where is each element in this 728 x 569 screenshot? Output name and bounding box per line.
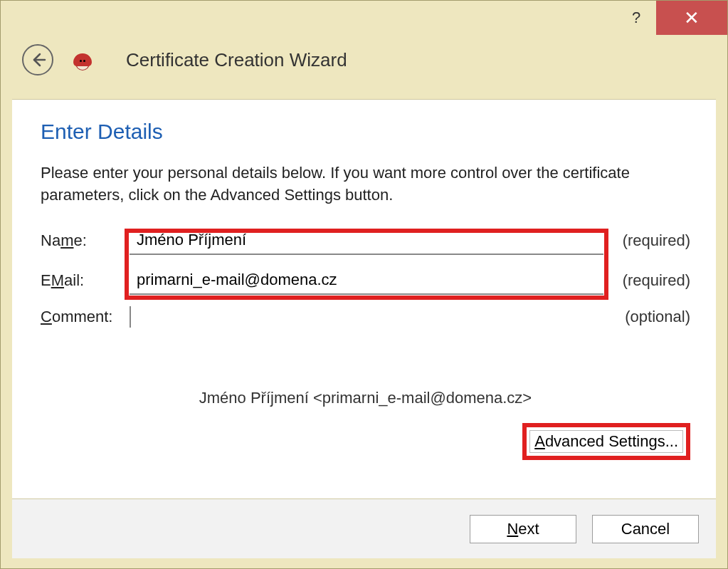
advanced-row: Advanced Settings... — [41, 423, 690, 460]
advanced-settings-button[interactable]: Advanced Settings... — [529, 430, 683, 453]
cancel-button[interactable]: Cancel — [592, 515, 699, 543]
email-hint: (required) — [612, 271, 690, 290]
back-arrow-icon — [29, 51, 46, 68]
comment-label: Comment: — [41, 308, 130, 326]
instructions-text: Please enter your personal details below… — [41, 162, 690, 207]
next-button[interactable]: Next — [470, 515, 576, 543]
comment-input[interactable] — [130, 306, 603, 328]
advanced-highlight: Advanced Settings... — [522, 423, 690, 460]
back-button[interactable] — [22, 44, 53, 75]
stage-title: Enter Details — [41, 120, 690, 144]
footer: Next Cancel — [12, 498, 716, 558]
identity-preview: Jméno Příjmení <primarni_e-mail@domena.c… — [41, 389, 690, 407]
email-row: EMail: (required) — [41, 266, 690, 295]
name-input[interactable] — [130, 226, 603, 255]
comment-row: Comment: (optional) — [41, 306, 690, 328]
wizard-title: Certificate Creation Wizard — [126, 49, 347, 71]
wizard-header: Certificate Creation Wizard — [1, 35, 727, 85]
help-button[interactable]: ? — [616, 1, 656, 35]
email-label: EMail: — [41, 271, 130, 290]
email-input[interactable] — [130, 266, 603, 295]
titlebar: ? ✕ — [1, 1, 727, 35]
name-hint: (required) — [612, 231, 690, 250]
name-label: Name: — [41, 231, 130, 250]
content-panel: Enter Details Please enter your personal… — [12, 99, 716, 498]
wizard-window: ? ✕ Certificate Creation Wizard Enter De… — [0, 0, 728, 569]
close-button[interactable]: ✕ — [656, 1, 727, 35]
app-icon — [70, 49, 95, 71]
comment-hint: (optional) — [612, 308, 690, 326]
name-row: Name: (required) — [41, 226, 690, 255]
